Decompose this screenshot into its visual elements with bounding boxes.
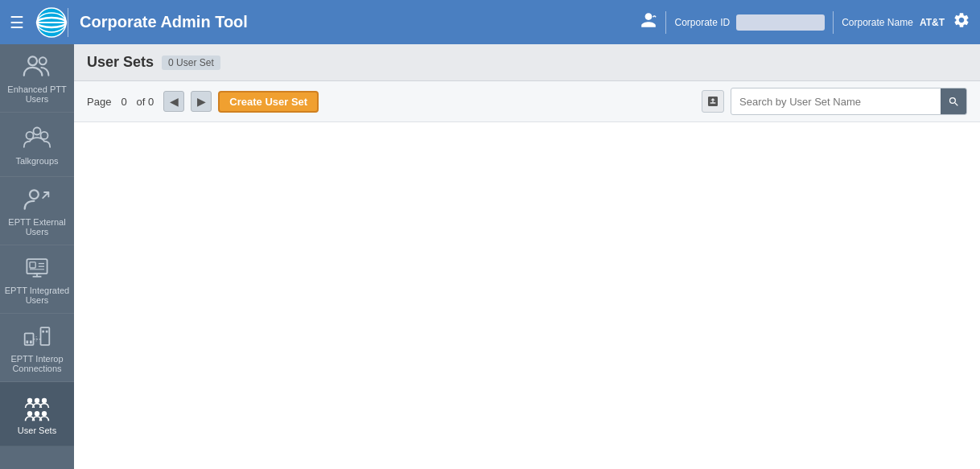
sidebar-label-eptt-external-users: EPTT External Users [3,217,71,237]
corp-name-info: Corporate Name AT&T [842,17,945,28]
svg-point-27 [27,397,32,402]
export-button[interactable] [702,90,724,113]
gear-icon [953,11,970,29]
page-of-label: of 0 [137,96,154,108]
corp-info: Corporate ID [674,14,825,31]
corp-name-label: Corporate Name [842,17,913,28]
user-icon-button[interactable] [640,11,657,33]
page-label: Page [87,96,111,108]
svg-rect-22 [41,327,50,345]
eptt-interop-connections-icon [23,322,51,351]
next-page-button[interactable]: ▶ [191,91,212,112]
search-button[interactable] [941,88,966,114]
svg-point-28 [35,397,39,402]
eptt-external-users-icon [23,185,51,214]
sidebar-label-enhanced-ptt-users: Enhanced PTT Users [3,84,71,104]
user-set-count-badge: 0 User Set [162,56,220,70]
page-number: 0 [121,96,126,108]
header-divider [68,8,68,37]
svg-point-6 [39,57,47,64]
svg-rect-21 [30,340,32,344]
svg-point-31 [35,411,39,416]
sidebar-label-eptt-integrated-users: EPTT Integrated Users [3,286,71,305]
svg-point-29 [42,397,47,402]
svg-point-30 [27,411,32,416]
page-header: User Sets 0 User Set [74,44,980,81]
search-input[interactable] [731,92,941,112]
create-user-set-button[interactable]: Create User Set [218,91,319,113]
sidebar-item-eptt-interop-connections[interactable]: EPTT Interop Connections [0,314,74,382]
user-sets-icon [23,393,51,422]
corp-name-value: AT&T [920,17,945,28]
search-icon [948,96,960,108]
user-icon [640,11,657,29]
corp-id-value [736,14,825,31]
sidebar-item-talkgroups[interactable]: Talkgroups [0,113,74,177]
sidebar-label-talkgroups: Talkgroups [15,156,58,166]
menu-icon[interactable]: ☰ [10,13,24,32]
sidebar-label-eptt-interop-connections: EPTT Interop Connections [3,354,71,373]
main-content: User Sets 0 User Set Page 0 of 0 ◀ ▶ Cre… [74,44,980,469]
sidebar: Enhanced PTT Users Talkgroups EPTT Exter… [0,44,74,469]
svg-rect-23 [42,331,44,333]
corp-divider [665,11,666,34]
sidebar-item-enhanced-ptt-users[interactable]: Enhanced PTT Users [0,44,74,113]
search-container [731,88,967,115]
svg-point-32 [42,411,47,416]
svg-point-8 [34,127,41,134]
svg-rect-24 [46,331,48,333]
page-title: User Sets [87,54,154,71]
toolbar: Page 0 of 0 ◀ ▶ Create User Set [74,81,980,122]
svg-rect-12 [30,262,35,268]
prev-page-button[interactable]: ◀ [163,91,184,112]
sidebar-item-user-sets[interactable]: User Sets [0,382,74,446]
att-logo [35,6,68,39]
svg-point-5 [28,56,37,65]
enhanced-ptt-users-icon [23,52,51,81]
sidebar-label-user-sets: User Sets [18,426,56,435]
export-icon [706,95,719,108]
header: ☰ Corporate Admin Tool Corporate ID Corp… [0,0,980,44]
sidebar-item-eptt-integrated-users[interactable]: EPTT Integrated Users [0,245,74,314]
corp-divider-2 [833,11,834,34]
settings-button[interactable] [953,11,970,33]
eptt-integrated-users-icon [23,253,51,282]
sidebar-item-eptt-external-users[interactable]: EPTT External Users [0,177,74,245]
app-title: Corporate Admin Tool [80,13,640,31]
svg-rect-19 [25,333,34,344]
corp-id-label: Corporate ID [674,17,730,28]
header-right: Corporate ID Corporate Name AT&T [640,11,970,34]
svg-point-10 [30,190,39,199]
content-area [74,122,980,469]
talkgroups-icon [23,124,51,153]
main-layout: Enhanced PTT Users Talkgroups EPTT Exter… [0,44,980,469]
svg-rect-20 [27,340,29,344]
